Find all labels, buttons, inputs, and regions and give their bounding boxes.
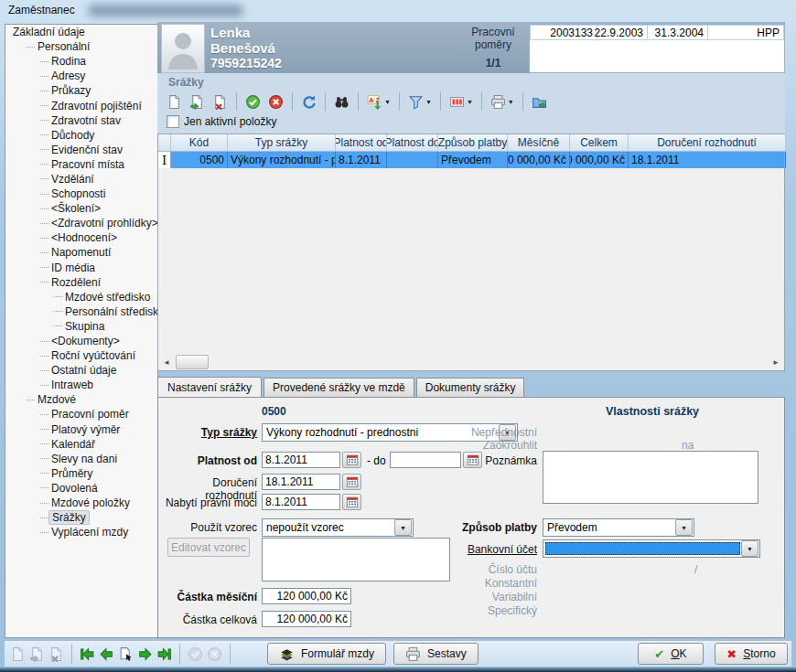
sidebar-item[interactable]: Vzdělání: [5, 172, 157, 187]
export-button[interactable]: [530, 92, 549, 112]
ok-button[interactable]: ✔ OK: [638, 643, 704, 665]
doc-new-button[interactable]: [165, 92, 184, 112]
sidebar-item[interactable]: Zdravotní pojištění: [5, 98, 157, 112]
tab-provedene-srazky[interactable]: Provedené srážky ve mzdě: [264, 378, 414, 397]
typ-srazky-label[interactable]: Typ srážky: [160, 426, 257, 439]
binoculars-button[interactable]: [332, 92, 351, 112]
sidebar-item[interactable]: Důchody: [5, 128, 157, 143]
sidebar-item[interactable]: Rozdělení: [5, 275, 157, 290]
tab-nastaveni-srazky[interactable]: Nastavení srážky: [157, 377, 262, 398]
platnost-od-input[interactable]: 8.1.2011: [262, 452, 340, 468]
sidebar-item[interactable]: Dovolená: [5, 481, 157, 496]
sidebar-item[interactable]: Vyplácení mzdy: [5, 525, 157, 539]
sidebar-item[interactable]: Průměry: [5, 466, 157, 481]
sidebar-item[interactable]: Mzdové: [5, 392, 157, 407]
doruceni-input[interactable]: 18.1.2011: [262, 474, 340, 490]
sidebar-item[interactable]: <Zdravotní prohlídky>: [5, 216, 157, 230]
bankovni-ucet-label[interactable]: Bankovní účet: [446, 543, 537, 556]
filter-button[interactable]: ▼: [406, 92, 434, 112]
sidebar-item[interactable]: Schopnosti: [5, 187, 157, 201]
sidebar-item[interactable]: Mzdové položky: [5, 496, 157, 510]
chevron-down-icon[interactable]: ▼: [741, 540, 758, 557]
sidebar-item[interactable]: Slevy na dani: [5, 452, 157, 466]
employment-row[interactable]: 200313322.9.200331.3.2004HPP: [530, 25, 784, 40]
sidebar-item[interactable]: Pracovní místa: [5, 157, 157, 172]
bankovni-ucet-select[interactable]: ▼: [543, 539, 760, 558]
sidebar-item[interactable]: <Hodnocení>: [5, 230, 157, 245]
sidebar-item[interactable]: Rodina: [5, 54, 157, 69]
column-header[interactable]: Typ srážky: [228, 134, 336, 152]
sidebar-item[interactable]: Ostatní údaje: [5, 363, 157, 378]
chevron-down-icon[interactable]: ▼: [384, 99, 391, 105]
sidebar-item[interactable]: <Dokumenty>: [5, 334, 157, 348]
doc-delete-button[interactable]: [210, 92, 230, 112]
sidebar-item[interactable]: Adresy: [5, 69, 157, 83]
tree-connector: [40, 267, 48, 268]
nav-doc-button[interactable]: [116, 645, 135, 664]
castka-mesicni-input[interactable]: 120 000,00 Kč: [262, 588, 351, 604]
sidebar-item[interactable]: Mzdové středisko: [5, 290, 157, 304]
column-header[interactable]: Platnost od: [336, 134, 387, 152]
calendar-button[interactable]: [342, 494, 361, 510]
printer-button[interactable]: ▼: [489, 92, 516, 112]
nav-prev-button[interactable]: [97, 645, 116, 664]
sidebar-item[interactable]: Skupina: [5, 319, 157, 334]
column-header[interactable]: Platnost do: [387, 134, 438, 152]
sidebar-item[interactable]: Průkazy: [5, 83, 157, 98]
scroll-left-arrow[interactable]: ◄: [159, 355, 174, 369]
horizontal-scrollbar[interactable]: ◄ ►: [159, 355, 783, 369]
calendar-button[interactable]: [342, 474, 361, 490]
employment-list[interactable]: 200313322.9.200331.3.2004HPP: [529, 24, 785, 73]
zpusob-platby-select[interactable]: Převodem ▼: [543, 518, 694, 537]
pouzit-vzorec-select[interactable]: nepoužít vzorec ▼: [262, 518, 414, 537]
calendar-button[interactable]: [342, 452, 361, 468]
titlebar[interactable]: Zaměstnanec: [0, 0, 796, 20]
sidebar-item[interactable]: Intraweb: [5, 378, 157, 392]
columns-button[interactable]: ▼: [447, 92, 475, 112]
doc-edit-button[interactable]: [188, 92, 207, 112]
column-header[interactable]: Celkem: [570, 134, 629, 152]
castka-celkova-input[interactable]: 120 000,00 Kč: [262, 611, 351, 627]
sidebar-item[interactable]: Roční vyúčtování: [5, 348, 157, 363]
scroll-right-arrow[interactable]: ►: [769, 355, 783, 369]
sidebar-item[interactable]: Evidenční stav: [5, 143, 157, 157]
check-circle-button[interactable]: [243, 92, 263, 112]
vzorec-textarea[interactable]: [262, 538, 450, 581]
sidebar-item[interactable]: Kalendář: [5, 437, 157, 452]
sidebar-item[interactable]: Pracovní poměr: [5, 407, 157, 421]
sidebar-item[interactable]: Základní údaje: [5, 25, 157, 39]
chevron-down-icon[interactable]: ▼: [467, 99, 473, 105]
chevron-down-icon[interactable]: ▼: [425, 99, 432, 105]
nav-next-button[interactable]: [135, 645, 155, 664]
refresh-button[interactable]: [299, 92, 318, 112]
sidebar-item[interactable]: Srážky: [5, 510, 157, 525]
sidebar-item[interactable]: ID média: [5, 261, 157, 275]
column-header[interactable]: Doručení rozhodnutí: [629, 134, 786, 152]
column-header[interactable]: Způsob platby: [438, 134, 508, 152]
sidebar-item[interactable]: Platový výměr: [5, 422, 157, 437]
column-header[interactable]: Měsíčně: [508, 134, 570, 152]
sidebar-item[interactable]: Napomenutí: [5, 245, 157, 260]
nav-last-button[interactable]: [155, 645, 174, 664]
chevron-down-icon[interactable]: ▼: [508, 99, 514, 105]
chevron-down-icon[interactable]: ▼: [394, 519, 412, 536]
scrollbar-thumb[interactable]: [176, 355, 209, 369]
storno-button[interactable]: ✖ Storno: [715, 643, 788, 665]
chevron-down-icon[interactable]: ▼: [675, 519, 693, 536]
sort-az-button[interactable]: A·Z▼: [365, 92, 393, 112]
sidebar-item[interactable]: <Školení>: [5, 201, 157, 216]
sidebar-item[interactable]: Personální středisko: [5, 304, 157, 319]
x-circle-button[interactable]: [266, 92, 285, 112]
editovat-vzorec-button[interactable]: Editovat vzorec: [167, 538, 250, 557]
sidebar-item[interactable]: Personální: [5, 39, 157, 54]
sidebar-item[interactable]: Zdravotní stav: [5, 113, 157, 128]
nabyti-input[interactable]: 8.1.2011: [262, 494, 340, 510]
formular-mzdy-button[interactable]: Formulář mzdy: [267, 643, 386, 665]
column-header[interactable]: Kód: [171, 134, 228, 152]
sestavy-button[interactable]: Sestavy: [393, 643, 479, 665]
poznamka-textarea[interactable]: [543, 451, 758, 504]
active-items-checkbox[interactable]: [167, 115, 179, 128]
nav-first-button[interactable]: [78, 645, 97, 664]
table-row[interactable]: I0500Výkony rozhodnutí - prednostni8.1.2…: [158, 152, 784, 168]
tab-dokumenty-srazky[interactable]: Dokumenty srážky: [416, 378, 525, 397]
